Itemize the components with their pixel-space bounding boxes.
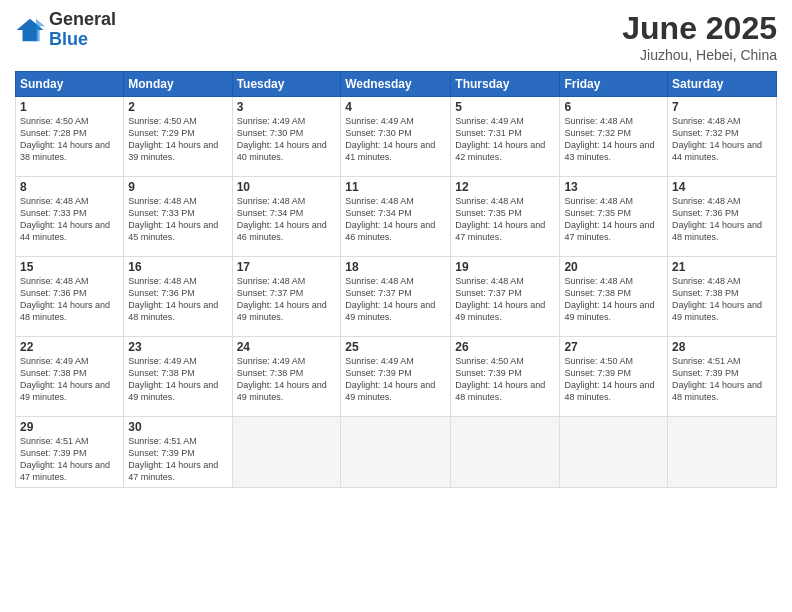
logo-text: General Blue — [49, 10, 116, 50]
table-row: 9Sunrise: 4:48 AMSunset: 7:33 PMDaylight… — [124, 177, 232, 257]
table-row: 27Sunrise: 4:50 AMSunset: 7:39 PMDayligh… — [560, 337, 668, 417]
table-row: 18Sunrise: 4:48 AMSunset: 7:37 PMDayligh… — [341, 257, 451, 337]
logo: General Blue — [15, 10, 116, 50]
week-row-4: 22Sunrise: 4:49 AMSunset: 7:38 PMDayligh… — [16, 337, 777, 417]
table-row: 3Sunrise: 4:49 AMSunset: 7:30 PMDaylight… — [232, 97, 341, 177]
table-row — [341, 417, 451, 488]
week-row-1: 1Sunrise: 4:50 AMSunset: 7:28 PMDaylight… — [16, 97, 777, 177]
table-row: 16Sunrise: 4:48 AMSunset: 7:36 PMDayligh… — [124, 257, 232, 337]
table-row: 8Sunrise: 4:48 AMSunset: 7:33 PMDaylight… — [16, 177, 124, 257]
table-row: 1Sunrise: 4:50 AMSunset: 7:28 PMDaylight… — [16, 97, 124, 177]
calendar-table: Sunday Monday Tuesday Wednesday Thursday… — [15, 71, 777, 488]
table-row: 26Sunrise: 4:50 AMSunset: 7:39 PMDayligh… — [451, 337, 560, 417]
col-friday: Friday — [560, 72, 668, 97]
table-row: 6Sunrise: 4:48 AMSunset: 7:32 PMDaylight… — [560, 97, 668, 177]
table-row: 23Sunrise: 4:49 AMSunset: 7:38 PMDayligh… — [124, 337, 232, 417]
table-row: 13Sunrise: 4:48 AMSunset: 7:35 PMDayligh… — [560, 177, 668, 257]
table-row: 5Sunrise: 4:49 AMSunset: 7:31 PMDaylight… — [451, 97, 560, 177]
table-row: 24Sunrise: 4:49 AMSunset: 7:38 PMDayligh… — [232, 337, 341, 417]
col-saturday: Saturday — [668, 72, 777, 97]
table-row: 2Sunrise: 4:50 AMSunset: 7:29 PMDaylight… — [124, 97, 232, 177]
col-thursday: Thursday — [451, 72, 560, 97]
week-row-5: 29Sunrise: 4:51 AMSunset: 7:39 PMDayligh… — [16, 417, 777, 488]
table-row: 22Sunrise: 4:49 AMSunset: 7:38 PMDayligh… — [16, 337, 124, 417]
table-row: 7Sunrise: 4:48 AMSunset: 7:32 PMDaylight… — [668, 97, 777, 177]
week-row-3: 15Sunrise: 4:48 AMSunset: 7:36 PMDayligh… — [16, 257, 777, 337]
month-title: June 2025 — [622, 10, 777, 47]
header: General Blue June 2025 Jiuzhou, Hebei, C… — [15, 10, 777, 63]
table-row: 25Sunrise: 4:49 AMSunset: 7:39 PMDayligh… — [341, 337, 451, 417]
table-row — [232, 417, 341, 488]
col-tuesday: Tuesday — [232, 72, 341, 97]
table-row: 4Sunrise: 4:49 AMSunset: 7:30 PMDaylight… — [341, 97, 451, 177]
table-row — [668, 417, 777, 488]
table-row: 10Sunrise: 4:48 AMSunset: 7:34 PMDayligh… — [232, 177, 341, 257]
table-row: 20Sunrise: 4:48 AMSunset: 7:38 PMDayligh… — [560, 257, 668, 337]
table-row: 12Sunrise: 4:48 AMSunset: 7:35 PMDayligh… — [451, 177, 560, 257]
calendar-header-row: Sunday Monday Tuesday Wednesday Thursday… — [16, 72, 777, 97]
logo-general-text: General — [49, 10, 116, 30]
page: General Blue June 2025 Jiuzhou, Hebei, C… — [0, 0, 792, 612]
title-block: June 2025 Jiuzhou, Hebei, China — [622, 10, 777, 63]
col-monday: Monday — [124, 72, 232, 97]
logo-blue-text: Blue — [49, 30, 116, 50]
table-row: 15Sunrise: 4:48 AMSunset: 7:36 PMDayligh… — [16, 257, 124, 337]
table-row — [451, 417, 560, 488]
col-sunday: Sunday — [16, 72, 124, 97]
table-row: 19Sunrise: 4:48 AMSunset: 7:37 PMDayligh… — [451, 257, 560, 337]
table-row: 29Sunrise: 4:51 AMSunset: 7:39 PMDayligh… — [16, 417, 124, 488]
table-row: 28Sunrise: 4:51 AMSunset: 7:39 PMDayligh… — [668, 337, 777, 417]
table-row: 14Sunrise: 4:48 AMSunset: 7:36 PMDayligh… — [668, 177, 777, 257]
table-row: 30Sunrise: 4:51 AMSunset: 7:39 PMDayligh… — [124, 417, 232, 488]
logo-icon — [15, 15, 45, 45]
week-row-2: 8Sunrise: 4:48 AMSunset: 7:33 PMDaylight… — [16, 177, 777, 257]
location-subtitle: Jiuzhou, Hebei, China — [622, 47, 777, 63]
col-wednesday: Wednesday — [341, 72, 451, 97]
table-row: 21Sunrise: 4:48 AMSunset: 7:38 PMDayligh… — [668, 257, 777, 337]
table-row: 11Sunrise: 4:48 AMSunset: 7:34 PMDayligh… — [341, 177, 451, 257]
table-row: 17Sunrise: 4:48 AMSunset: 7:37 PMDayligh… — [232, 257, 341, 337]
table-row — [560, 417, 668, 488]
